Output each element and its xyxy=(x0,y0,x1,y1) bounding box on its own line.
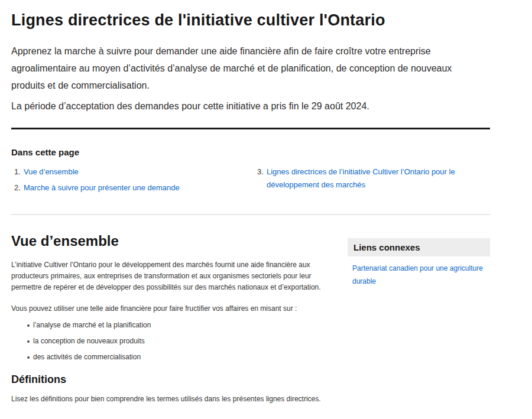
toc-item-number: 1. xyxy=(14,165,24,178)
list-item: l’analyse de marché et la planification xyxy=(27,320,342,331)
main-content-row: Vue d’ensemble L’initiative Cultiver l’O… xyxy=(11,232,521,405)
toc-item-overview: 1. Vue d’ensemble xyxy=(11,165,257,178)
toc-list: 1. Vue d’ensemble 2. Marche à suivre pou… xyxy=(11,165,521,197)
page: Lignes directrices de l'initiative culti… xyxy=(0,0,521,405)
deadline-notice: La période d’acceptation des demandes po… xyxy=(11,98,479,115)
thin-divider xyxy=(11,214,491,215)
definitions-heading: Définitions xyxy=(11,372,342,386)
list-item: des activités de commercialisation xyxy=(27,352,342,363)
related-links-sidebar: Liens connexes Partenariat canadien pour… xyxy=(348,238,490,405)
toc-column-right: 3. Lignes directrices de l’initiative Cu… xyxy=(257,165,521,197)
related-links-heading: Liens connexes xyxy=(353,242,420,252)
toc-link-lignes-directrices[interactable]: Lignes directrices de l’initiative Culti… xyxy=(267,165,490,191)
overview-paragraph-2: Vous pouvez utiliser une telle aide fina… xyxy=(11,303,327,314)
toc-item-how-to-apply: 2. Marche à suivre pour présenter une de… xyxy=(11,181,257,194)
list-item: la conception de nouveaux produits xyxy=(27,336,342,347)
article-content: Vue d’ensemble L’initiative Cultiver l’O… xyxy=(11,232,342,405)
related-link-partenariat-canadien[interactable]: Partenariat canadien pour une agricultur… xyxy=(352,262,493,288)
toc-heading: Dans cette page xyxy=(11,147,521,158)
toc-item-number: 3. xyxy=(257,165,267,191)
definitions-paragraph: Lisez les définitions pour bien comprend… xyxy=(11,394,342,405)
toc-item-guidelines: 3. Lignes directrices de l’initiative Cu… xyxy=(257,165,521,191)
toc-column-left: 1. Vue d’ensemble 2. Marche à suivre pou… xyxy=(11,165,257,197)
overview-heading: Vue d’ensemble xyxy=(11,232,342,250)
toc-item-number: 2. xyxy=(14,181,24,194)
toc-link-vue-densemble[interactable]: Vue d’ensemble xyxy=(24,165,79,178)
thick-divider xyxy=(11,128,490,129)
funding-uses-list: l’analyse de marché et la planification … xyxy=(11,320,342,363)
toc-link-marche-a-suivre[interactable]: Marche à suivre pour présenter une deman… xyxy=(24,181,180,194)
in-this-page-nav: Dans cette page 1. Vue d’ensemble 2. Mar… xyxy=(11,147,521,197)
overview-paragraph-1: L’initiative Cultiver l’Ontario pour le … xyxy=(11,259,327,293)
related-links-header: Liens connexes xyxy=(348,238,490,256)
intro-paragraph: Apprenez la marche à suivre pour demande… xyxy=(11,43,479,94)
page-title: Lignes directrices de l'initiative culti… xyxy=(11,10,521,30)
